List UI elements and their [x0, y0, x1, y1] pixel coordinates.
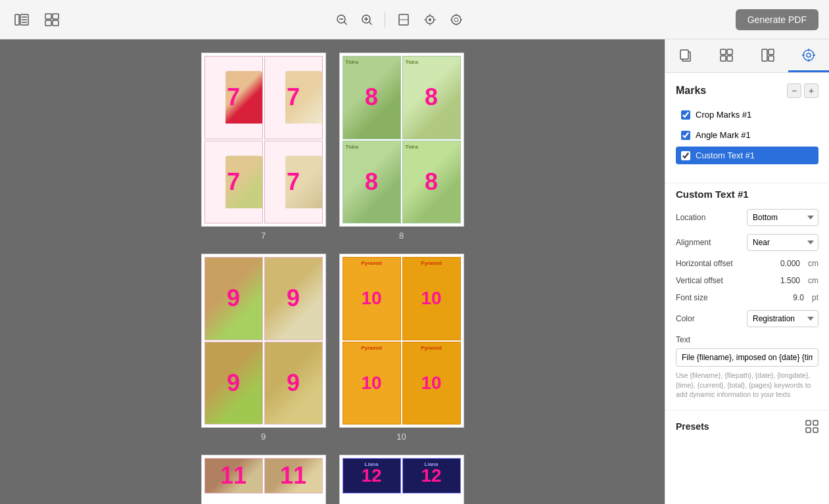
generate-pdf-btn[interactable]: Generate PDF: [736, 9, 818, 30]
cell-num-11-2: 11: [280, 462, 306, 490]
svg-line-15: [369, 22, 371, 24]
mark-item-angle[interactable]: Angle Mark #1: [676, 126, 818, 144]
svg-point-39: [803, 50, 814, 60]
add-mark-btn[interactable]: +: [804, 83, 818, 98]
h-offset-unit: cm: [808, 259, 818, 268]
svg-rect-6: [53, 14, 59, 19]
v-offset-label: Vertical offset: [676, 276, 742, 285]
cell-num-8-1: 8: [365, 83, 378, 111]
page-thumb-7[interactable]: 7 7 7: [201, 53, 326, 227]
text-hint: Use {filename}, {filepath}, {date}, {lon…: [676, 371, 818, 400]
cell-10-2: 10 Pyramid: [402, 257, 461, 340]
panel-icon-grid[interactable]: [706, 39, 747, 72]
page-row-1: 7 7 7: [201, 53, 464, 241]
v-offset-value: 1.500: [747, 276, 800, 285]
page-label-7: 7: [261, 231, 266, 241]
custom-text-section: Custom Text #1 Location Bottom Top Left …: [665, 189, 829, 410]
page-thumb-12[interactable]: 12 Liana 12 Liana: [339, 455, 464, 504]
v-offset-unit: cm: [808, 276, 818, 285]
cell-9-3: 9: [204, 342, 263, 425]
svg-rect-5: [45, 14, 51, 19]
cell-num-10-3: 10: [361, 373, 381, 394]
cell-10-4: 10 Pyramid: [402, 342, 461, 425]
cell-12-2: 12 Liana: [402, 458, 461, 493]
svg-rect-33: [727, 49, 732, 55]
page-label-8: 8: [399, 231, 404, 241]
panel-toggle-btn[interactable]: [11, 9, 33, 30]
zoom-in-btn[interactable]: [357, 10, 377, 30]
cell-num-7-2: 7: [287, 83, 300, 111]
cell-8-3: 8 Tidra: [343, 141, 401, 224]
page-thumb-11[interactable]: 11 11: [201, 455, 326, 504]
cell-7-2: 7: [264, 56, 323, 139]
zoom-out-btn[interactable]: [332, 10, 352, 30]
angle-mark-label: Angle Mark #1: [696, 130, 751, 140]
page-wrapper-9: 9 9 9 9 9: [201, 254, 326, 442]
cell-8-2: 8 Tidra: [402, 56, 461, 139]
location-label: Location: [676, 213, 742, 222]
canvas-area[interactable]: 7 7 7: [0, 39, 665, 504]
cell-8-1: 8 Tidra: [343, 56, 401, 139]
svg-rect-37: [769, 49, 774, 55]
page-thumb-9[interactable]: 9 9 9 9: [201, 254, 326, 428]
panel-icon-marks[interactable]: [788, 39, 829, 72]
crop-marks-checkbox[interactable]: [681, 110, 690, 120]
crop-marks-label: Crop Marks #1: [696, 110, 751, 120]
custom-text-checkbox[interactable]: [681, 151, 690, 160]
location-row: Location Bottom Top Left Right: [676, 209, 818, 226]
svg-rect-47: [806, 428, 811, 432]
marks-section: Marks − + Crop Marks #1 Angle Mark #1 Cu…: [665, 73, 829, 177]
page-wrapper-11: 11 11: [201, 455, 326, 504]
page-wrapper-12: 12 Liana 12 Liana: [339, 455, 464, 504]
toolbar-center: [68, 10, 730, 30]
page-row-3: 11 11 12 Liana: [201, 455, 464, 504]
cell-11-2: 11: [264, 458, 323, 493]
text-input[interactable]: [676, 348, 818, 367]
h-offset-row: Horizontal offset 0.000 cm: [676, 259, 818, 268]
svg-point-40: [807, 53, 811, 57]
svg-rect-34: [721, 56, 726, 61]
cell-7-4: 7: [264, 141, 323, 224]
cell-num-7-4: 7: [287, 168, 300, 196]
fit-all-btn[interactable]: [446, 10, 467, 30]
panel-icon-layout[interactable]: [747, 39, 788, 72]
mark-item-crop[interactable]: Crop Marks #1: [676, 106, 818, 124]
marks-header: Marks − +: [676, 83, 818, 98]
page-thumb-10[interactable]: 10 Pyramid 10 Pyramid 10 Pyramid: [339, 254, 464, 428]
cell-num-11-1: 11: [220, 462, 247, 490]
alignment-row: Alignment Near Center Far: [676, 234, 818, 251]
view-mode-btn[interactable]: [41, 9, 63, 30]
svg-rect-32: [721, 49, 726, 55]
remove-mark-btn[interactable]: −: [787, 83, 801, 98]
cell-7-1: 7: [204, 56, 263, 139]
fit-page-btn[interactable]: [393, 10, 414, 30]
presets-grid-btn[interactable]: [805, 420, 818, 433]
custom-text-title: Custom Text #1: [676, 189, 818, 200]
panel-icon-copy[interactable]: [665, 39, 706, 72]
toolbar-divider: [385, 12, 385, 28]
svg-line-11: [344, 22, 346, 24]
page-label-9: 9: [261, 432, 266, 442]
location-select[interactable]: Bottom Top Left Right: [747, 209, 818, 226]
color-select[interactable]: Registration Black Cyan Magenta Yellow: [747, 310, 818, 327]
svg-point-19: [429, 18, 431, 21]
toolbar-left: [11, 9, 63, 30]
svg-rect-38: [769, 56, 774, 61]
alignment-select[interactable]: Near Center Far: [747, 234, 818, 251]
font-size-row: Font size 9.0 pt: [676, 293, 818, 302]
mark-item-custom[interactable]: Custom Text #1: [676, 147, 818, 164]
presets-label: Presets: [676, 421, 709, 432]
fit-width-btn[interactable]: [419, 10, 440, 30]
cell-num-8-3: 8: [365, 168, 378, 196]
toolbar: Generate PDF: [0, 0, 829, 39]
color-label: Color: [676, 314, 742, 323]
page-wrapper-10: 10 Pyramid 10 Pyramid 10 Pyramid: [339, 254, 464, 442]
cell-num-10-4: 10: [421, 373, 441, 394]
page-label-10: 10: [396, 432, 406, 442]
angle-mark-checkbox[interactable]: [681, 131, 690, 140]
panel-icons: [665, 39, 829, 73]
toolbar-right: Generate PDF: [736, 9, 818, 30]
h-offset-label: Horizontal offset: [676, 259, 742, 268]
page-thumb-8[interactable]: 8 Tidra 8 Tidra 8 Tidra: [339, 53, 464, 227]
cell-10-3: 10 Pyramid: [343, 342, 401, 425]
